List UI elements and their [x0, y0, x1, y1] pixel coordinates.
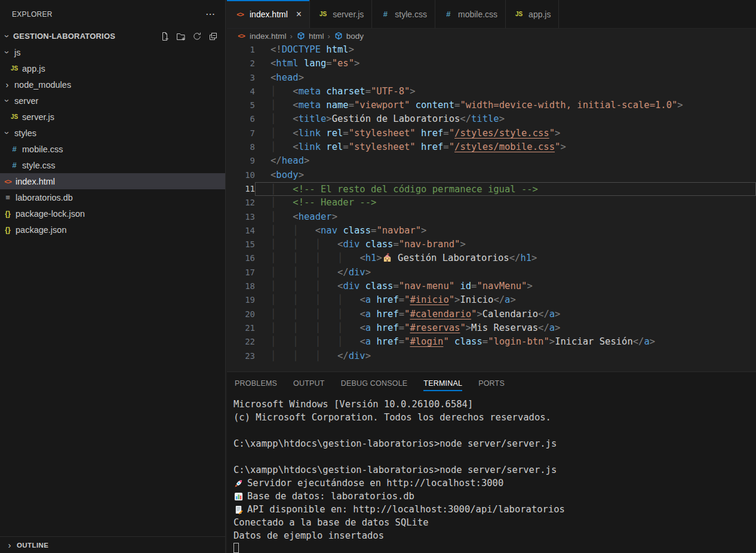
file-label: js	[14, 48, 20, 57]
json-file-icon: {}	[2, 226, 13, 234]
file-index.html[interactable]: <>index.html	[0, 173, 225, 189]
close-icon[interactable]: ×	[296, 10, 302, 19]
panel-tab-debug-console[interactable]: DEBUG CONSOLE	[341, 372, 408, 395]
folder-server[interactable]: ›server	[0, 93, 225, 109]
file-laboratorios.db[interactable]: ≡laboratorios.db	[0, 189, 225, 205]
code-line-10[interactable]: 10<body>	[227, 168, 756, 182]
folder-styles[interactable]: ›styles	[0, 125, 225, 141]
code-line-17[interactable]: 17│ │ │ </div>	[227, 266, 756, 279]
new-file-icon[interactable]	[160, 32, 170, 41]
code-editor[interactable]: 1<!DOCTYPE html>2<html lang="es">3<head>…	[227, 43, 756, 371]
panel-tab-output[interactable]: OUTPUT	[293, 372, 325, 395]
breadcrumb-item-html[interactable]: html	[296, 32, 324, 41]
file-package.json[interactable]: {}package.json	[0, 222, 225, 238]
indent-guide: │	[315, 309, 321, 319]
css-file-icon: #	[380, 10, 391, 19]
chevron-down-icon: ›	[3, 128, 12, 138]
code-line-13[interactable]: 13│ <header>	[227, 210, 756, 224]
new-folder-icon[interactable]	[176, 32, 186, 41]
code-line-12[interactable]: 12│ <!-- Header -->	[227, 196, 756, 210]
code-line-7[interactable]: 7│ <link rel="stylesheet" href="/styles/…	[227, 127, 756, 140]
project-root-row[interactable]: › GESTION-LABORATORIOS	[0, 28, 225, 44]
outline-section-header[interactable]: › OUTLINE	[0, 536, 225, 553]
indent-guide: │	[293, 336, 298, 347]
file-server.js[interactable]: JSserver.js	[0, 109, 225, 125]
tab-server.js[interactable]: JSserver.js	[310, 0, 372, 28]
chevron-right-icon: ›	[2, 80, 12, 89]
code-line-22[interactable]: 22│ │ │ │ <a href="#login" class="login-…	[227, 335, 756, 349]
breadcrumb-item-index.html[interactable]: <>index.html	[236, 32, 287, 41]
terminal-text: (c) Microsoft Corporation. Todos los der…	[233, 411, 551, 424]
line-content: │ │ │ <div class="nav-brand">	[255, 238, 756, 251]
tab-index.html[interactable]: <>index.html×	[227, 0, 310, 28]
refresh-icon[interactable]	[192, 32, 202, 41]
indent-guide: │	[271, 86, 276, 97]
file-label: laboratorios.db	[16, 193, 73, 202]
terminal-line-9: API disponible en: http://localhost:3000…	[233, 503, 756, 516]
explorer-more-actions-icon[interactable]: ⋯	[205, 8, 216, 20]
line-content: <head>	[255, 71, 756, 85]
code-line-20[interactable]: 20│ │ │ │ <a href="#calendario">Calendar…	[227, 308, 756, 321]
file-label: package-lock.json	[16, 209, 85, 219]
terminal-text: Microsoft Windows [Versión 10.0.26100.65…	[233, 398, 473, 411]
line-content: │ │ │ │ <h1> Gestión Laboratorios</h1>	[255, 251, 756, 265]
chevron-down-icon: ›	[3, 96, 12, 106]
code-line-18[interactable]: 18│ │ │ <div class="nav-menu" id="navMen…	[227, 279, 756, 293]
tab-style.css[interactable]: #style.css	[372, 0, 435, 28]
panel-tab-terminal[interactable]: TERMINAL	[423, 372, 462, 395]
panel-tab-ports[interactable]: PORTS	[478, 372, 505, 395]
html-file-icon: <>	[235, 11, 245, 18]
tab-mobile.css[interactable]: #mobile.css	[435, 0, 506, 28]
line-content: │ <title>Gestión de Laboratorios</title>	[255, 112, 756, 126]
indent-guide: │	[315, 351, 321, 361]
line-number: 23	[227, 349, 255, 363]
js-file-icon: JS	[514, 11, 524, 17]
line-number: 8	[227, 140, 255, 154]
folder-node_modules[interactable]: ›node_modules	[0, 76, 225, 93]
indent-guide: │	[315, 239, 321, 250]
breadcrumb-separator: ›	[327, 32, 330, 41]
indent-guide: │	[293, 351, 298, 361]
code-line-16[interactable]: 16│ │ │ │ <h1> Gestión Laboratorios</h1>	[227, 251, 756, 265]
file-package-lock.json[interactable]: {}package-lock.json	[0, 205, 225, 222]
file-style.css[interactable]: #style.css	[0, 157, 225, 173]
code-line-5[interactable]: 5│ <meta name="viewport" content="width=…	[227, 99, 756, 112]
code-line-6[interactable]: 6│ <title>Gestión de Laboratorios</title…	[227, 112, 756, 126]
code-line-19[interactable]: 19│ │ │ │ <a href="#inicio">Inicio</a>	[227, 293, 756, 307]
code-line-15[interactable]: 15│ │ │ <div class="nav-brand">	[227, 238, 756, 251]
indent-guide: │	[271, 184, 276, 195]
file-app.js[interactable]: JSapp.js	[0, 60, 225, 76]
code-line-4[interactable]: 4│ <meta charset="UTF-8">	[227, 85, 756, 99]
indent-guide: │	[271, 142, 276, 152]
file-label: package.json	[16, 225, 66, 235]
code-line-23[interactable]: 23│ │ │ </div>	[227, 349, 756, 363]
tab-app.js[interactable]: JSapp.js	[506, 0, 559, 28]
file-mobile.css[interactable]: #mobile.css	[0, 141, 225, 157]
code-line-14[interactable]: 14│ │ <nav class="navbar">	[227, 224, 756, 238]
panel-tab-problems[interactable]: PROBLEMS	[235, 372, 277, 395]
line-number: 10	[227, 168, 255, 182]
indent-guide: │	[271, 239, 276, 250]
code-line-9[interactable]: 9</head>	[227, 154, 756, 168]
line-content: │ │ │ </div>	[255, 349, 756, 363]
indent-guide: │	[271, 309, 276, 319]
breadcrumb-label: body	[346, 32, 364, 41]
code-line-11[interactable]: 11│ <!-- El resto del código permanece i…	[227, 182, 756, 196]
line-number: 14	[227, 224, 255, 238]
memo-icon	[234, 505, 243, 514]
collapse-all-icon[interactable]	[208, 32, 218, 41]
terminal-line-8: Base de datos: laboratorios.db	[233, 490, 756, 503]
code-line-8[interactable]: 8│ <link rel="stylesheet" href="/styles/…	[227, 140, 756, 154]
line-number: 19	[227, 293, 255, 307]
code-line-3[interactable]: 3<head>	[227, 71, 756, 85]
folder-js[interactable]: ›js	[0, 44, 225, 60]
terminal-output[interactable]: Microsoft Windows [Versión 10.0.26100.65…	[227, 395, 756, 553]
breadcrumb: <>index.html›html›body	[227, 29, 756, 43]
breadcrumb-item-body[interactable]: body	[334, 32, 364, 41]
indent-guide: │	[271, 128, 276, 139]
code-line-1[interactable]: 1<!DOCTYPE html>	[227, 43, 756, 57]
code-line-2[interactable]: 2<html lang="es">	[227, 57, 756, 70]
line-content: │ │ <nav class="navbar">	[255, 224, 756, 238]
code-line-21[interactable]: 21│ │ │ │ <a href="#reservas">Mis Reserv…	[227, 321, 756, 335]
database-file-icon: ≡	[2, 193, 13, 202]
